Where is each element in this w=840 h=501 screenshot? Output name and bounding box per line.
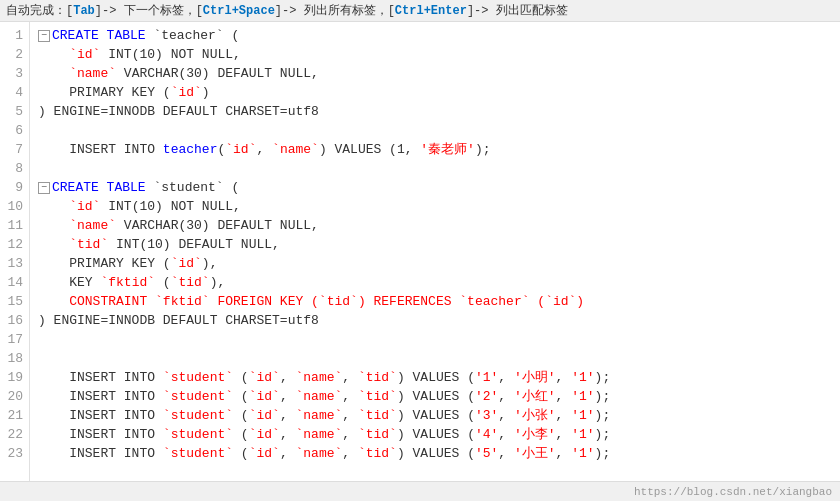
code-token: `id` xyxy=(225,140,256,159)
line-number: 3 xyxy=(4,64,23,83)
code-line: INSERT INTO `student` (`id`, `name`, `ti… xyxy=(38,406,832,425)
code-token: , xyxy=(556,387,572,406)
code-token: ) VALUES (1, xyxy=(319,140,420,159)
code-token: '小李' xyxy=(514,425,556,444)
code-token: CONSTRAINT xyxy=(38,292,155,311)
code-token: `id` xyxy=(249,387,280,406)
code-line: PRIMARY KEY (`id`) xyxy=(38,83,832,102)
code-line: −CREATE TABLE `teacher` ( xyxy=(38,26,832,45)
code-token: INT(10) NOT NULL, xyxy=(100,45,240,64)
code-token: , xyxy=(342,368,358,387)
code-line xyxy=(38,159,832,178)
line-number: 11 xyxy=(4,216,23,235)
code-token: INSERT INTO xyxy=(38,406,163,425)
code-token: INSERT INTO xyxy=(38,368,163,387)
code-token: `tid` xyxy=(319,292,358,311)
code-token: `name` xyxy=(295,368,342,387)
code-token: INSERT INTO xyxy=(38,444,163,463)
code-token: ) xyxy=(202,83,210,102)
code-token: `student` xyxy=(163,444,233,463)
code-token: `id` xyxy=(171,83,202,102)
code-token: ) ENGINE=INNODB DEFAULT CHARSET=utf8 xyxy=(38,311,319,330)
line-number: 15 xyxy=(4,292,23,311)
code-token: ( xyxy=(224,26,240,45)
code-token: , xyxy=(498,444,514,463)
code-token: `id` xyxy=(249,444,280,463)
code-token: ( xyxy=(155,273,171,292)
code-token: ( xyxy=(233,406,249,425)
code-token: ) REFERENCES xyxy=(358,292,459,311)
code-token: '秦老师' xyxy=(420,140,475,159)
code-token: ) VALUES ( xyxy=(397,387,475,406)
code-token: VARCHAR(30) DEFAULT NULL, xyxy=(116,216,319,235)
code-token: , xyxy=(280,387,296,406)
code-token: , xyxy=(556,368,572,387)
code-token: ); xyxy=(595,406,611,425)
code-token: `id` xyxy=(69,45,100,64)
hint-tab-desc: -> 下一个标签， xyxy=(102,2,196,19)
code-token: , xyxy=(280,425,296,444)
code-token: `tid` xyxy=(69,235,108,254)
code-token: , xyxy=(280,444,296,463)
code-token: '1' xyxy=(571,425,594,444)
code-token: `tid` xyxy=(171,273,210,292)
line-number: 22 xyxy=(4,425,23,444)
code-token: teacher xyxy=(163,140,218,159)
line-number: 4 xyxy=(4,83,23,102)
code-area[interactable]: −CREATE TABLE `teacher` ( `id` INT(10) N… xyxy=(30,22,840,481)
code-line: ) ENGINE=INNODB DEFAULT CHARSET=utf8 xyxy=(38,311,832,330)
code-token: ( xyxy=(233,368,249,387)
code-token xyxy=(38,235,69,254)
line-number: 18 xyxy=(4,349,23,368)
code-token: '5' xyxy=(475,444,498,463)
code-token: `fktid` xyxy=(100,273,155,292)
code-token: , xyxy=(556,425,572,444)
code-token: '1' xyxy=(571,368,594,387)
line-number: 8 xyxy=(4,159,23,178)
code-token: `fktid` xyxy=(155,292,210,311)
code-token: '小明' xyxy=(514,368,556,387)
code-token: , xyxy=(256,140,272,159)
collapse-icon[interactable]: − xyxy=(38,182,50,194)
code-token: , xyxy=(342,444,358,463)
autocomplete-toolbar: 自动完成： [Tab] -> 下一个标签， [Ctrl+Space] -> 列出… xyxy=(0,0,840,22)
code-line: CONSTRAINT `fktid` FOREIGN KEY (`tid`) R… xyxy=(38,292,832,311)
code-line: INSERT INTO teacher(`id`, `name`) VALUES… xyxy=(38,140,832,159)
code-line: PRIMARY KEY (`id`), xyxy=(38,254,832,273)
code-token: ) VALUES ( xyxy=(397,368,475,387)
code-token: , xyxy=(280,368,296,387)
code-token xyxy=(38,64,69,83)
code-token: '1' xyxy=(571,406,594,425)
line-numbers: 1234567891011121314151617181920212223 xyxy=(0,22,30,481)
code-token: ) VALUES ( xyxy=(397,444,475,463)
code-token: ) VALUES ( xyxy=(397,425,475,444)
code-line: KEY `fktid` (`tid`), xyxy=(38,273,832,292)
code-token: `id` xyxy=(545,292,576,311)
code-token: , xyxy=(498,425,514,444)
code-line xyxy=(38,349,832,368)
code-token: `name` xyxy=(295,425,342,444)
code-token: INT(10) NOT NULL, xyxy=(100,197,240,216)
code-token: `student` xyxy=(163,406,233,425)
code-token: ( xyxy=(233,444,249,463)
code-token: KEY xyxy=(38,273,100,292)
line-number: 5 xyxy=(4,102,23,121)
code-token: `id` xyxy=(249,425,280,444)
code-token: PRIMARY KEY ( xyxy=(38,254,171,273)
code-token: `tid` xyxy=(358,444,397,463)
code-token: ( xyxy=(530,292,546,311)
collapse-icon[interactable]: − xyxy=(38,30,50,42)
code-token: '1' xyxy=(571,387,594,406)
code-token: `tid` xyxy=(358,425,397,444)
code-token xyxy=(38,216,69,235)
code-token: `id` xyxy=(69,197,100,216)
line-number: 19 xyxy=(4,368,23,387)
code-token: `name` xyxy=(69,216,116,235)
code-token: ), xyxy=(202,254,218,273)
code-token: INSERT INTO xyxy=(38,387,163,406)
code-token: '1' xyxy=(571,444,594,463)
code-token: CREATE TABLE xyxy=(52,26,153,45)
code-token: '1' xyxy=(475,368,498,387)
code-token: PRIMARY KEY ( xyxy=(38,83,171,102)
line-number: 7 xyxy=(4,140,23,159)
